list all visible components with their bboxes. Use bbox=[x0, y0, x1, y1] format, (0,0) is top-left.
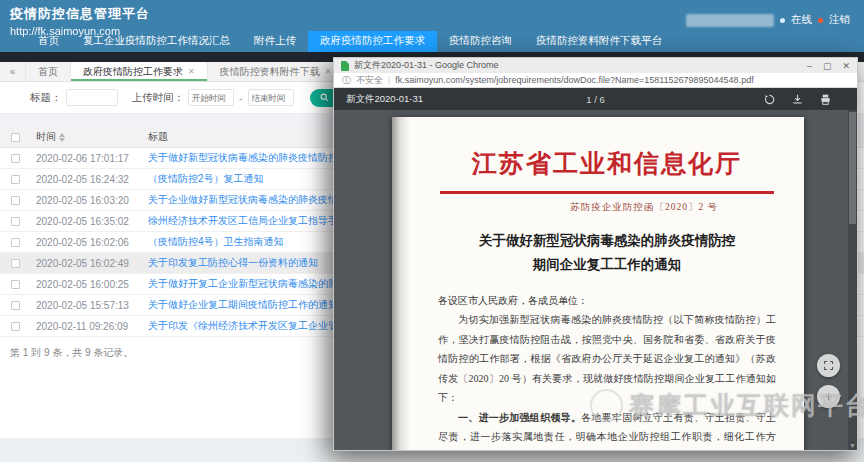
row-checkbox[interactable] bbox=[11, 259, 20, 268]
end-time-input[interactable] bbox=[248, 89, 294, 106]
row-time: 2020-02-05 16:35:02 bbox=[30, 211, 142, 232]
pdf-doc-name: 新文件2020-01-31 bbox=[346, 93, 423, 106]
download-icon[interactable] bbox=[792, 94, 803, 105]
app-header: 疫情防控信息管理平台 http://fk.saimoyun.com 在线 注销 … bbox=[0, 0, 864, 52]
search-icon bbox=[320, 93, 329, 102]
row-checkbox[interactable] bbox=[11, 196, 20, 205]
upload-time-label: 上传时间： bbox=[132, 91, 185, 105]
row-checkbox[interactable] bbox=[11, 238, 20, 247]
tab-label: 首页 bbox=[38, 65, 58, 79]
scroll-down-icon[interactable]: ▼ bbox=[848, 442, 857, 449]
title-filter-input[interactable] bbox=[66, 89, 118, 106]
pdf-zoom-controls: + bbox=[817, 354, 840, 408]
page-url: fk.saimoyun.com/system/jobrequirements/d… bbox=[395, 75, 753, 85]
pdf-toolbar: 1 / 6 新文件2020-01-31 bbox=[334, 88, 857, 110]
print-icon[interactable] bbox=[820, 94, 831, 105]
window-title: 新文件2020-01-31 - Google Chrome bbox=[354, 59, 499, 72]
rotate-icon[interactable] bbox=[764, 94, 775, 105]
row-time: 2020-02-05 16:02:06 bbox=[30, 232, 142, 253]
logout-button[interactable]: 注销 bbox=[829, 13, 850, 27]
date-range-separator: - bbox=[239, 92, 243, 104]
tab-download[interactable]: 疫情防控资料附件下载 ✕ bbox=[208, 62, 345, 81]
main-nav: 首页 复工企业疫情防控工作情况汇总 附件上传 政府疫情防控工作要求 疫情防控咨询… bbox=[26, 31, 674, 52]
document-agency-header: 江苏省工业和信息化厅 bbox=[438, 147, 776, 180]
row-checkbox[interactable] bbox=[11, 217, 20, 226]
platform-title: 疫情防控信息管理平台 bbox=[10, 5, 150, 23]
pdf-viewer[interactable]: 江苏省工业和信息化厅 苏防疫企业防控函〔2020〕2 号 关于做好新型冠状病毒感… bbox=[334, 110, 857, 450]
pdf-scrollbar[interactable]: ▼ bbox=[848, 110, 857, 450]
maximize-button[interactable]: ▢ bbox=[823, 61, 832, 71]
start-time-input[interactable] bbox=[188, 89, 234, 106]
online-status-icon bbox=[780, 18, 785, 23]
document-file-icon bbox=[341, 61, 349, 71]
header-user-area: 在线 注销 bbox=[686, 13, 850, 27]
address-divider: | bbox=[388, 75, 390, 85]
document-number: 苏防疫企业防控函〔2020〕2 号 bbox=[438, 201, 776, 214]
nav-item-report-summary[interactable]: 复工企业疫情防控工作情况汇总 bbox=[71, 31, 242, 52]
tab-label: 疫情防控资料附件下载 bbox=[220, 65, 320, 79]
zoom-in-button[interactable]: + bbox=[817, 385, 840, 408]
collapse-sidebar-icon[interactable]: « bbox=[0, 62, 26, 81]
column-header-time[interactable]: 时间 bbox=[30, 127, 142, 148]
close-button[interactable]: ✕ bbox=[842, 61, 850, 71]
address-bar[interactable]: ⓘ 不安全 | fk.saimoyun.com/system/jobrequir… bbox=[334, 73, 857, 88]
tab-label: 政府疫情防控工作要求 bbox=[83, 65, 183, 79]
online-status-label: 在线 bbox=[791, 13, 812, 27]
app-page: 疫情防控信息管理平台 http://fk.saimoyun.com 在线 注销 … bbox=[0, 0, 864, 462]
pdf-popup-window: 新文件2020-01-31 - Google Chrome – ▢ ✕ ⓘ 不安… bbox=[333, 57, 858, 451]
fit-page-icon bbox=[824, 361, 833, 370]
row-checkbox[interactable] bbox=[11, 154, 20, 163]
pdf-page: 江苏省工业和信息化厅 苏防疫企业防控函〔2020〕2 号 关于做好新型冠状病毒感… bbox=[392, 117, 804, 450]
document-paragraph-2: 一、进一步加强组织领导。各地要牢固树立守土有责、守土担责、守土尽责，进一步落实属… bbox=[438, 408, 776, 450]
info-icon[interactable]: ⓘ bbox=[342, 74, 351, 87]
row-time: 2020-02-05 16:24:32 bbox=[30, 169, 142, 190]
nav-item-home[interactable]: 首页 bbox=[26, 31, 71, 52]
minimize-button[interactable]: – bbox=[807, 61, 812, 71]
row-time: 2020-02-05 16:02:49 bbox=[30, 253, 142, 274]
row-time: 2020-02-06 17:01:17 bbox=[30, 148, 142, 169]
tab-close-icon[interactable]: ✕ bbox=[188, 67, 195, 76]
document-link[interactable]: 关于印发复工防控心得一份资料的通知 bbox=[148, 257, 318, 268]
document-link[interactable]: （疫情防控2号）复工通知 bbox=[148, 173, 264, 184]
row-time: 2020-02-11 09:26:09 bbox=[30, 316, 142, 337]
red-divider-line bbox=[440, 191, 774, 194]
pdf-toolbar-icons bbox=[764, 94, 831, 105]
security-label: 不安全 bbox=[356, 74, 383, 87]
tab-home[interactable]: 首页 bbox=[26, 62, 71, 81]
fit-page-button[interactable] bbox=[817, 354, 840, 377]
tab-gov-requirements[interactable]: 政府疫情防控工作要求 ✕ bbox=[71, 62, 208, 81]
nav-item-download-platform[interactable]: 疫情防控资料附件下载平台 bbox=[524, 31, 674, 52]
row-time: 2020-02-05 16:00:25 bbox=[30, 274, 142, 295]
logout-icon bbox=[818, 18, 823, 23]
document-paragraph-1: 为切实加强新型冠状病毒感染的肺炎疫情防控（以下简称疫情防控）工作，坚决打赢疫情防… bbox=[438, 310, 776, 408]
select-all-checkbox[interactable] bbox=[11, 133, 20, 142]
row-time: 2020-02-05 16:03:20 bbox=[30, 190, 142, 211]
title-filter-label: 标题： bbox=[30, 91, 62, 105]
paragraph-lead: 一、进一步加强组织领导。 bbox=[458, 412, 581, 423]
row-checkbox[interactable] bbox=[11, 175, 20, 184]
official-document: 江苏省工业和信息化厅 苏防疫企业防控函〔2020〕2 号 关于做好新型冠状病毒感… bbox=[392, 117, 804, 450]
nav-item-upload[interactable]: 附件上传 bbox=[242, 31, 308, 52]
row-checkbox[interactable] bbox=[11, 322, 20, 331]
window-controls: – ▢ ✕ bbox=[807, 61, 850, 71]
document-salutation: 各设区市人民政府，各成员单位： bbox=[438, 291, 776, 310]
scrollbar-thumb[interactable] bbox=[849, 112, 856, 224]
nav-item-gov-requirements[interactable]: 政府疫情防控工作要求 bbox=[308, 31, 437, 52]
document-link[interactable]: （疫情防控4号）卫生指南通知 bbox=[148, 236, 284, 247]
document-title: 关于做好新型冠状病毒感染的肺炎疫情防控 期间企业复工工作的通知 bbox=[438, 229, 776, 276]
sort-icon[interactable] bbox=[59, 133, 65, 142]
nav-item-consult[interactable]: 疫情防控咨询 bbox=[437, 31, 524, 52]
username-blurred bbox=[686, 14, 774, 27]
row-checkbox[interactable] bbox=[11, 280, 20, 289]
row-time: 2020-02-05 15:57:13 bbox=[30, 295, 142, 316]
row-checkbox[interactable] bbox=[11, 301, 20, 310]
document-link[interactable]: 关于做好企业复工期间疫情防控工作的通知 bbox=[148, 299, 338, 310]
window-titlebar[interactable]: 新文件2020-01-31 - Google Chrome – ▢ ✕ bbox=[334, 58, 857, 73]
document-link[interactable]: 徐州经济技术开发区工信局企业复工指导手册 bbox=[148, 215, 348, 226]
tab-close-icon[interactable]: ✕ bbox=[325, 67, 332, 76]
